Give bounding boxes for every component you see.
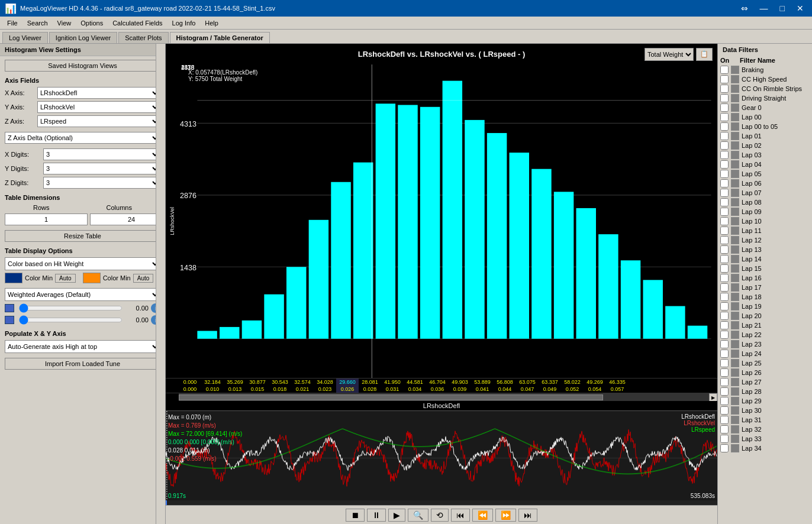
tab-log-viewer[interactable]: Log Viewer: [2, 32, 48, 43]
filter-item[interactable]: Lap 03: [718, 150, 812, 160]
filter-checkbox-11[interactable]: [720, 170, 729, 178]
filter-item[interactable]: Lap 00: [718, 112, 812, 122]
play-btn[interactable]: ▶: [388, 509, 405, 522]
color-auto-btn-1[interactable]: Auto: [55, 274, 76, 283]
tab-histogram[interactable]: Histogram / Table Generator: [170, 32, 270, 43]
menu-file[interactable]: File: [2, 18, 22, 28]
filter-item[interactable]: Lap 23: [718, 339, 812, 349]
filter-item[interactable]: Lap 18: [718, 292, 812, 302]
menu-view[interactable]: View: [53, 18, 76, 28]
filter-checkbox-39[interactable]: [720, 435, 729, 443]
menu-help[interactable]: Help: [200, 18, 223, 28]
filter-checkbox-18[interactable]: [720, 236, 729, 244]
filter-checkbox-29[interactable]: [720, 340, 729, 348]
columns-input[interactable]: [90, 214, 166, 225]
menu-log-info[interactable]: Log Info: [167, 18, 201, 28]
color-box-1[interactable]: [5, 273, 22, 283]
filter-item[interactable]: Lap 11: [718, 226, 812, 235]
filter-checkbox-36[interactable]: [720, 406, 729, 415]
weighted-avg-select[interactable]: Weighted Averages (Default): [5, 288, 160, 301]
filter-checkbox-4[interactable]: [720, 103, 729, 112]
tab-ignition-log-viewer[interactable]: Ignition Log Viewer: [49, 32, 117, 43]
filter-item[interactable]: Lap 27: [718, 377, 812, 387]
filter-item[interactable]: Lap 28: [718, 387, 812, 396]
h-scrollbar-track[interactable]: [179, 393, 709, 401]
filter-checkbox-37[interactable]: [720, 416, 729, 424]
window-resize-btn[interactable]: ⇔: [737, 2, 752, 14]
filter-checkbox-33[interactable]: [720, 378, 729, 386]
menu-search[interactable]: Search: [22, 18, 53, 28]
filter-checkbox-22[interactable]: [720, 274, 729, 282]
filter-checkbox-28[interactable]: [720, 331, 729, 339]
filter-item[interactable]: Lap 13: [718, 245, 812, 254]
filter-checkbox-10[interactable]: [720, 160, 729, 169]
skip-fwd-far-btn[interactable]: ⏭: [518, 509, 537, 522]
h-scrollbar-thumb[interactable]: [179, 394, 603, 400]
x-axis-select[interactable]: LRshockDefl: [37, 87, 160, 99]
skip-back-btn[interactable]: ⏪: [472, 509, 493, 522]
filter-item[interactable]: Lap 16: [718, 273, 812, 283]
filter-checkbox-6[interactable]: [720, 122, 729, 131]
tab-scatter-plots[interactable]: Scatter Plots: [118, 32, 168, 43]
filter-item[interactable]: Lap 30: [718, 406, 812, 415]
saved-histogram-views-btn[interactable]: Saved Histogram Views: [5, 60, 160, 72]
filter-item[interactable]: Lap 14: [718, 254, 812, 264]
import-from-loaded-tune-btn[interactable]: Import From Loaded Tune: [5, 358, 160, 370]
minimize-btn[interactable]: —: [756, 2, 772, 14]
filter-item[interactable]: Lap 25: [718, 358, 812, 368]
filter-checkbox-16[interactable]: [720, 217, 729, 225]
h-scroll-right-btn[interactable]: ▶: [709, 393, 717, 402]
filter-item[interactable]: Lap 31: [718, 415, 812, 425]
z-digits-select[interactable]: 3: [43, 177, 160, 189]
skip-back-far-btn[interactable]: ⏮: [451, 509, 470, 522]
zoom-in-btn[interactable]: 🔍: [408, 509, 428, 522]
filter-item[interactable]: Lap 02: [718, 141, 812, 150]
zoom-out-btn[interactable]: ⟲: [431, 509, 449, 522]
slider-1[interactable]: [19, 303, 123, 313]
filter-item[interactable]: Lap 06: [718, 179, 812, 188]
z-axis-select[interactable]: LRspeed: [37, 115, 160, 127]
filter-item[interactable]: Lap 21: [718, 321, 812, 330]
filter-checkbox-38[interactable]: [720, 425, 729, 434]
filter-checkbox-30[interactable]: [720, 350, 729, 358]
filter-checkbox-20[interactable]: [720, 255, 729, 263]
filter-item[interactable]: Lap 00 to 05: [718, 122, 812, 131]
filter-item[interactable]: Lap 33: [718, 434, 812, 444]
filter-item[interactable]: Lap 19: [718, 302, 812, 311]
color-auto-btn-2[interactable]: Auto: [133, 274, 154, 283]
filter-item[interactable]: Lap 09: [718, 207, 812, 216]
play-pause-btn[interactable]: ⏸: [367, 509, 386, 522]
slider-2[interactable]: [19, 315, 123, 325]
menu-options[interactable]: Options: [76, 18, 108, 28]
filter-checkbox-26[interactable]: [720, 312, 729, 320]
filter-checkbox-40[interactable]: [720, 444, 729, 452]
timeline-bar[interactable]: [166, 500, 717, 505]
chart-export-btn[interactable]: 📋: [696, 48, 713, 61]
filter-checkbox-35[interactable]: [720, 397, 729, 405]
close-btn[interactable]: ✕: [793, 2, 807, 14]
filter-checkbox-27[interactable]: [720, 321, 729, 329]
x-digits-select[interactable]: 3: [43, 148, 160, 160]
filter-item[interactable]: Lap 15: [718, 264, 812, 273]
filter-item[interactable]: Lap 10: [718, 216, 812, 226]
filter-item[interactable]: Driving Straight: [718, 93, 812, 103]
filter-item[interactable]: Lap 01: [718, 131, 812, 141]
filter-checkbox-21[interactable]: [720, 264, 729, 273]
filter-checkbox-0[interactable]: [720, 66, 729, 74]
filter-item[interactable]: Gear 0: [718, 103, 812, 112]
resize-table-btn[interactable]: Resize Table: [5, 230, 160, 242]
filter-item[interactable]: Lap 34: [718, 444, 812, 453]
filter-checkbox-9[interactable]: [720, 151, 729, 159]
filter-item[interactable]: Lap 08: [718, 198, 812, 207]
filter-item[interactable]: Lap 07: [718, 188, 812, 198]
filter-checkbox-1[interactable]: [720, 75, 729, 83]
filter-checkbox-31[interactable]: [720, 359, 729, 367]
filter-checkbox-13[interactable]: [720, 189, 729, 197]
filter-checkbox-24[interactable]: [720, 293, 729, 301]
filter-checkbox-32[interactable]: [720, 368, 729, 377]
rows-input[interactable]: [5, 214, 88, 225]
color-mode-select[interactable]: Color based on Hit Weight: [5, 257, 160, 270]
weight-selector[interactable]: Total Weight: [645, 48, 694, 61]
filter-checkbox-3[interactable]: [720, 94, 729, 102]
filter-item[interactable]: Lap 12: [718, 235, 812, 245]
